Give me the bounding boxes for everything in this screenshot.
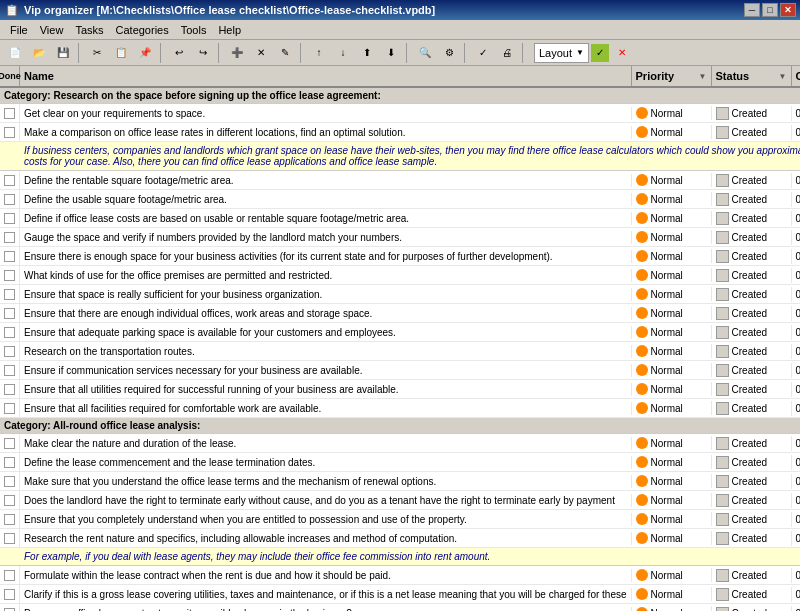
priority-23: Normal <box>632 531 712 545</box>
status-10: Created <box>712 287 792 302</box>
open-button[interactable]: 📂 <box>28 42 50 64</box>
checkbox-18[interactable] <box>0 434 20 452</box>
task-list[interactable]: Category: Research on the space before s… <box>0 88 800 611</box>
priority-1: Normal <box>632 106 712 120</box>
search-button[interactable]: 🔍 <box>414 42 436 64</box>
print-button[interactable]: 🖨 <box>496 42 518 64</box>
menu-tools[interactable]: Tools <box>175 22 213 38</box>
task-row-18[interactable]: Make clear the nature and duration of th… <box>0 434 800 453</box>
save-button[interactable]: 💾 <box>52 42 74 64</box>
task-row-26[interactable]: Clarify if this is a gross lease coverin… <box>0 585 800 604</box>
task-row-5[interactable]: Define the usable square footage/metric … <box>0 190 800 209</box>
task-row-10[interactable]: Ensure that space is really sufficient f… <box>0 285 800 304</box>
task-row-4[interactable]: Define the rentable square footage/metri… <box>0 171 800 190</box>
delete-button[interactable]: ✕ <box>250 42 272 64</box>
menu-categories[interactable]: Categories <box>110 22 175 38</box>
checkbox-6[interactable] <box>0 209 20 227</box>
status-25: Created <box>712 568 792 583</box>
window-controls: ─ □ ✕ <box>744 3 796 17</box>
menu-help[interactable]: Help <box>212 22 247 38</box>
separator-2 <box>160 43 164 63</box>
edit-button[interactable]: ✎ <box>274 42 296 64</box>
layout-selector[interactable]: Layout ▼ <box>534 43 589 63</box>
status-7: Created <box>712 230 792 245</box>
checkbox-14[interactable] <box>0 361 20 379</box>
checkbox-20[interactable] <box>0 472 20 490</box>
checkbox-22[interactable] <box>0 510 20 528</box>
checkbox-4[interactable] <box>0 171 20 189</box>
checkbox-26[interactable] <box>0 585 20 603</box>
move-down-button[interactable]: ⬇ <box>380 42 402 64</box>
filter-button[interactable]: ⚙ <box>438 42 460 64</box>
col-status-header[interactable]: Status ▼ <box>712 66 792 86</box>
checkbox-2[interactable] <box>0 123 20 141</box>
checkbox-7[interactable] <box>0 228 20 246</box>
task-row-7[interactable]: Gauge the space and verify if numbers pr… <box>0 228 800 247</box>
add-button[interactable]: ➕ <box>226 42 248 64</box>
priority-icon-4 <box>636 174 648 186</box>
checkbox-25[interactable] <box>0 566 20 584</box>
menu-file[interactable]: File <box>4 22 34 38</box>
status-2: Created <box>712 125 792 140</box>
task-row-1[interactable]: Get clear on your requirements to space.… <box>0 104 800 123</box>
check-button[interactable]: ✓ <box>472 42 494 64</box>
maximize-button[interactable]: □ <box>762 3 778 17</box>
status-19: Created <box>712 455 792 470</box>
task-row-19[interactable]: Define the lease commencement and the le… <box>0 453 800 472</box>
task-row-9[interactable]: What kinds of use for the office premise… <box>0 266 800 285</box>
task-row-20[interactable]: Make sure that you understand the office… <box>0 472 800 491</box>
task-row-13[interactable]: Research on the transportation routes.No… <box>0 342 800 361</box>
col-name-header[interactable]: Name <box>20 66 632 86</box>
checkbox-11[interactable] <box>0 304 20 322</box>
checklist-panel: Done Name Priority ▼ Status ▼ Complete C… <box>0 66 800 611</box>
task-row-21[interactable]: Does the landlord have the right to term… <box>0 491 800 510</box>
task-name-14: Ensure if communication services necessa… <box>20 364 632 377</box>
task-row-12[interactable]: Ensure that adequate parking space is av… <box>0 323 800 342</box>
priority-26: Normal <box>632 587 712 601</box>
task-row-2[interactable]: Make a comparison on office lease rates … <box>0 123 800 142</box>
task-row-27[interactable]: Does your office lease contract permits … <box>0 604 800 611</box>
new-task-button[interactable]: 📄 <box>4 42 26 64</box>
task-name-6: Define if office lease costs are based o… <box>20 212 632 225</box>
checkbox-15[interactable] <box>0 380 20 398</box>
checkbox-10[interactable] <box>0 285 20 303</box>
checkbox-19[interactable] <box>0 453 20 471</box>
checkbox-1[interactable] <box>0 104 20 122</box>
copy-button[interactable]: 📋 <box>110 42 132 64</box>
move-up-button[interactable]: ⬆ <box>356 42 378 64</box>
col-complete-header[interactable]: Complete <box>792 66 800 86</box>
paste-button[interactable]: 📌 <box>134 42 156 64</box>
checkbox-23[interactable] <box>0 529 20 547</box>
checkbox-21[interactable] <box>0 491 20 509</box>
task-row-11[interactable]: Ensure that there are enough individual … <box>0 304 800 323</box>
checkbox-13[interactable] <box>0 342 20 360</box>
up-button[interactable]: ↑ <box>308 42 330 64</box>
task-row-6[interactable]: Define if office lease costs are based o… <box>0 209 800 228</box>
checkbox-16[interactable] <box>0 399 20 417</box>
menu-tasks[interactable]: Tasks <box>69 22 109 38</box>
cut-button[interactable]: ✂ <box>86 42 108 64</box>
layout-cancel-button[interactable]: ✕ <box>611 42 633 64</box>
undo-button[interactable]: ↩ <box>168 42 190 64</box>
checkbox-9[interactable] <box>0 266 20 284</box>
layout-apply-button[interactable]: ✓ <box>591 44 609 62</box>
checkbox-8[interactable] <box>0 247 20 265</box>
task-row-23[interactable]: Research the rent nature and specifics, … <box>0 529 800 548</box>
checkbox-12[interactable] <box>0 323 20 341</box>
menu-view[interactable]: View <box>34 22 70 38</box>
task-row-14[interactable]: Ensure if communication services necessa… <box>0 361 800 380</box>
minimize-button[interactable]: ─ <box>744 3 760 17</box>
checkbox-27[interactable] <box>0 604 20 611</box>
task-row-8[interactable]: Ensure there is enough space for your bu… <box>0 247 800 266</box>
checkbox-5[interactable] <box>0 190 20 208</box>
close-button[interactable]: ✕ <box>780 3 796 17</box>
task-row-15[interactable]: Ensure that all utilities required for s… <box>0 380 800 399</box>
task-row-16[interactable]: Ensure that all facilities required for … <box>0 399 800 418</box>
task-row-25[interactable]: Formulate within the lease contract when… <box>0 566 800 585</box>
down-button[interactable]: ↓ <box>332 42 354 64</box>
category-row-0: Category: Research on the space before s… <box>0 88 800 104</box>
complete-4: 0 % <box>792 174 800 187</box>
col-priority-header[interactable]: Priority ▼ <box>632 66 712 86</box>
redo-button[interactable]: ↪ <box>192 42 214 64</box>
task-row-22[interactable]: Ensure that you completely understand wh… <box>0 510 800 529</box>
